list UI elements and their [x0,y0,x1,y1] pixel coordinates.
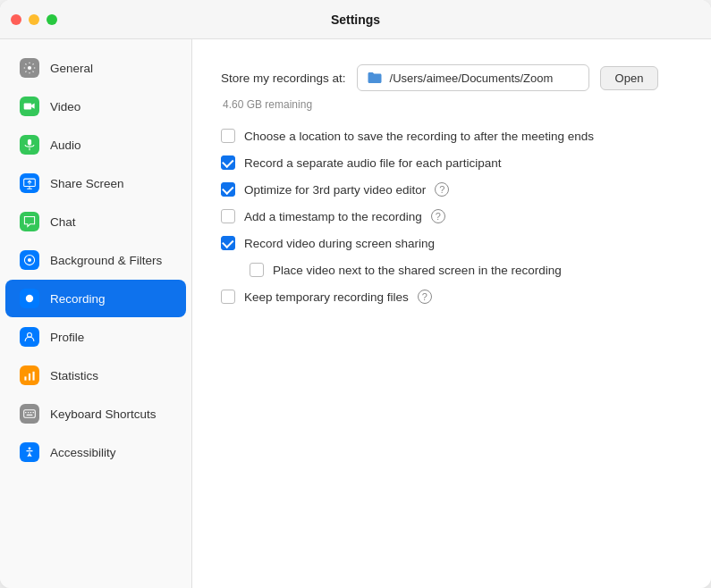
sidebar-label-accessibility: Accessibility [50,446,116,459]
sidebar-item-general[interactable]: General [5,49,186,87]
storage-path-text: /Users/aimee/Documents/Zoom [390,71,554,85]
help-icon-keep-temp[interactable]: ? [418,290,432,304]
option-label-record-video-screen: Record video during screen sharing [244,237,435,250]
svg-point-0 [28,66,31,70]
help-icon-timestamp[interactable]: ? [431,209,445,223]
sidebar-label-statistics: Statistics [50,369,98,382]
sharescreen-icon [20,173,39,193]
content-area: Store my recordings at: /Users/aimee/Doc… [192,39,711,588]
open-button[interactable]: Open [600,66,659,90]
window-title: Settings [331,13,380,27]
svg-rect-21 [27,415,33,416]
storage-row: Store my recordings at: /Users/aimee/Doc… [221,64,682,91]
sidebar-item-keyboard[interactable]: Keyboard Shortcuts [5,395,186,433]
svg-rect-18 [28,412,29,413]
storage-path-display: /Users/aimee/Documents/Zoom [357,64,589,91]
help-icon-optimize-3rd[interactable]: ? [435,182,449,197]
audio-icon [20,135,39,155]
option-label-timestamp: Add a timestamp to the recording [244,210,422,223]
sidebar-item-recording[interactable]: Recording [5,280,186,317]
option-label-separate-audio: Record a separate audio file for each pa… [244,156,501,170]
option-label-place-video-next: Place video next to the shared screen in… [273,264,562,277]
storage-label: Store my recordings at: [221,71,346,85]
storage-remaining: 4.60 GB remaining [223,98,682,111]
sidebar-label-profile: Profile [50,331,84,344]
svg-point-22 [29,447,31,449]
sidebar-item-profile[interactable]: Profile [5,318,186,356]
chat-icon [20,212,39,231]
option-row-timestamp: Add a timestamp to the recording? [221,209,682,223]
recording-icon [20,289,39,308]
checkbox-choose-location[interactable] [221,129,235,143]
sidebar-item-audio[interactable]: Audio [5,126,186,164]
svg-rect-16 [24,410,36,417]
sidebar-item-video[interactable]: Video [5,88,186,125]
sidebar-label-video: Video [50,100,80,113]
checkbox-optimize-3rd[interactable] [221,182,235,197]
option-row-choose-location: Choose a location to save the recording … [221,129,682,143]
svg-rect-13 [24,376,26,380]
minimize-button[interactable] [29,14,39,25]
sidebar-item-chat[interactable]: Chat [5,203,186,240]
svg-rect-15 [33,372,35,381]
sidebar-label-background: Background & Filters [50,254,162,267]
sidebar-item-sharescreen[interactable]: Share Screen [5,164,186,202]
checkbox-keep-temp[interactable] [221,290,235,304]
main-content: GeneralVideoAudioShare ScreenChatBackgro… [0,39,711,588]
close-button[interactable] [11,14,21,25]
keyboard-icon [20,404,39,424]
option-row-place-video-next: Place video next to the shared screen in… [250,263,682,277]
statistics-icon [20,365,39,385]
checkbox-place-video-next[interactable] [250,263,264,277]
folder-icon [367,70,383,86]
sidebar-label-recording: Recording [50,292,106,306]
svg-rect-1 [24,104,31,110]
sidebar-item-statistics[interactable]: Statistics [5,357,186,394]
video-icon [20,97,39,116]
checkbox-record-video-screen[interactable] [221,236,235,250]
sidebar-label-general: General [50,62,93,75]
svg-point-10 [28,258,31,262]
sidebar-label-chat: Chat [50,215,76,229]
svg-point-11 [26,295,33,302]
settings-window: Settings GeneralVideoAudioShare ScreenCh… [0,0,711,588]
option-label-optimize-3rd: Optimize for 3rd party video editor [244,183,426,197]
svg-rect-14 [29,374,30,381]
options-list: Choose a location to save the recording … [221,129,682,304]
checkbox-timestamp[interactable] [221,209,235,223]
option-row-optimize-3rd: Optimize for 3rd party video editor? [221,182,682,197]
svg-rect-19 [30,412,31,413]
option-row-record-video-screen: Record video during screen sharing [221,236,682,250]
maximize-button[interactable] [47,14,57,25]
svg-rect-17 [25,412,26,413]
option-row-separate-audio: Record a separate audio file for each pa… [221,155,682,170]
background-icon [20,250,39,270]
checkbox-separate-audio[interactable] [221,155,235,170]
traffic-lights [11,14,57,25]
profile-icon [20,327,39,347]
sidebar-label-keyboard: Keyboard Shortcuts [50,407,157,421]
option-row-keep-temp: Keep temporary recording files? [221,290,682,304]
accessibility-icon [20,442,39,462]
option-label-choose-location: Choose a location to save the recording … [244,130,594,143]
general-icon [20,58,39,78]
option-label-keep-temp: Keep temporary recording files [244,290,409,304]
sidebar-item-background[interactable]: Background & Filters [5,241,186,279]
sidebar-item-accessibility[interactable]: Accessibility [5,433,186,471]
svg-rect-2 [28,139,31,146]
titlebar: Settings [0,0,711,39]
sidebar: GeneralVideoAudioShare ScreenChatBackgro… [0,39,192,588]
sidebar-label-sharescreen: Share Screen [50,177,124,190]
sidebar-label-audio: Audio [50,139,81,152]
svg-rect-20 [33,412,34,413]
